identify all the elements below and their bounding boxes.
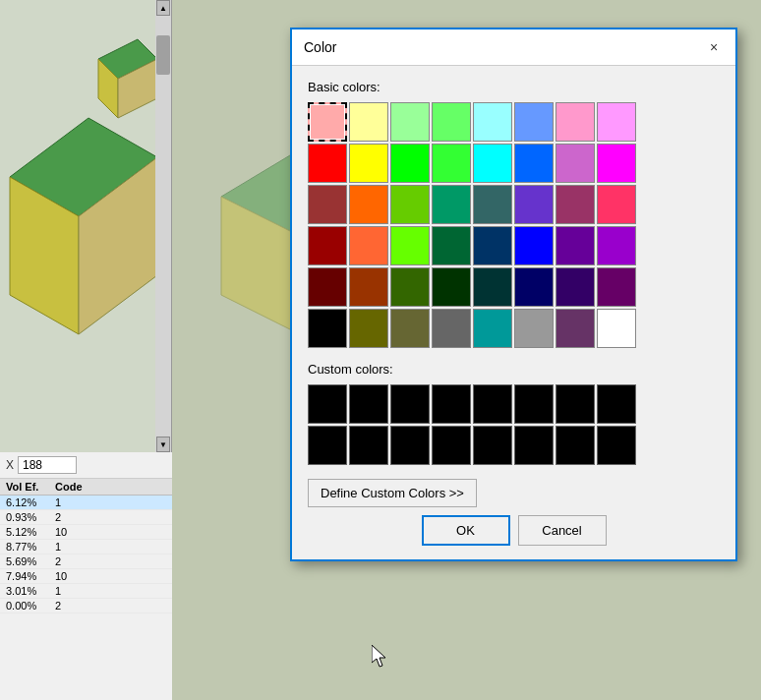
custom-color-swatch-13[interactable] — [514, 426, 554, 465]
basic-color-swatch-47[interactable] — [597, 309, 636, 348]
table-area: X Vol Ef. Code 6.12%10.93%25.12%108.77%1… — [0, 452, 172, 700]
basic-color-swatch-32[interactable] — [308, 267, 347, 307]
basic-color-swatch-10[interactable] — [390, 144, 430, 183]
x-label: X — [6, 458, 14, 472]
custom-color-swatch-7[interactable] — [597, 384, 636, 424]
custom-color-swatch-1[interactable] — [349, 384, 388, 424]
custom-color-swatch-6[interactable] — [556, 384, 595, 424]
basic-color-swatch-45[interactable] — [514, 309, 554, 348]
basic-color-swatch-43[interactable] — [432, 309, 471, 348]
basic-color-swatch-5[interactable] — [514, 102, 554, 142]
basic-color-swatch-35[interactable] — [432, 267, 471, 307]
col-header-code: Code — [55, 481, 124, 493]
basic-color-swatch-14[interactable] — [556, 144, 595, 183]
table-row[interactable]: 3.01%1 — [0, 584, 172, 599]
custom-color-swatch-14[interactable] — [556, 426, 595, 465]
custom-color-swatch-5[interactable] — [514, 384, 554, 424]
basic-color-swatch-2[interactable] — [390, 102, 430, 142]
custom-color-swatch-12[interactable] — [473, 426, 512, 465]
custom-color-swatch-0[interactable] — [308, 384, 347, 424]
x-input[interactable] — [18, 456, 77, 474]
basic-color-swatch-44[interactable] — [473, 309, 512, 348]
dialog-close-button[interactable]: × — [704, 37, 724, 57]
basic-color-swatch-31[interactable] — [597, 226, 636, 265]
dialog-title: Color — [304, 39, 336, 55]
basic-color-swatch-9[interactable] — [349, 144, 388, 183]
action-buttons: OK Cancel — [308, 515, 720, 546]
basic-color-swatch-13[interactable] — [514, 144, 554, 183]
basic-color-swatch-3[interactable] — [432, 102, 471, 142]
basic-color-swatch-7[interactable] — [597, 102, 636, 142]
basic-color-swatch-0[interactable] — [308, 102, 347, 142]
basic-color-swatch-17[interactable] — [349, 185, 388, 224]
custom-color-swatch-8[interactable] — [308, 426, 347, 465]
table-header: Vol Ef. Code — [0, 479, 172, 496]
scroll-down-arrow[interactable]: ▼ — [156, 437, 170, 452]
basic-color-swatch-26[interactable] — [390, 226, 430, 265]
x-input-row: X — [0, 452, 172, 479]
color-dialog: Color × Basic colors: Custom colors: Def… — [290, 28, 737, 561]
basic-colors-label: Basic colors: — [308, 80, 720, 94]
basic-color-swatch-34[interactable] — [390, 267, 430, 307]
basic-color-swatch-40[interactable] — [308, 309, 347, 348]
basic-color-swatch-19[interactable] — [432, 185, 471, 224]
custom-color-swatch-2[interactable] — [390, 384, 430, 424]
basic-color-swatch-4[interactable] — [473, 102, 512, 142]
cad-view: ▲ ▼ — [0, 0, 171, 452]
table-row[interactable]: 7.94%10 — [0, 569, 172, 584]
basic-color-grid — [308, 102, 720, 348]
basic-color-swatch-15[interactable] — [597, 144, 636, 183]
basic-color-swatch-46[interactable] — [556, 309, 595, 348]
define-custom-colors-button[interactable]: Define Custom Colors >> — [308, 479, 477, 507]
basic-color-swatch-33[interactable] — [349, 267, 388, 307]
basic-color-swatch-8[interactable] — [308, 144, 347, 183]
basic-color-swatch-12[interactable] — [473, 144, 512, 183]
scroll-thumb[interactable] — [156, 35, 170, 75]
basic-color-swatch-1[interactable] — [349, 102, 388, 142]
basic-color-swatch-30[interactable] — [556, 226, 595, 265]
table-row[interactable]: 6.12%1 — [0, 496, 172, 510]
cad-canvas — [0, 0, 171, 452]
table-row[interactable]: 5.69%2 — [0, 554, 172, 569]
basic-color-swatch-36[interactable] — [473, 267, 512, 307]
basic-color-swatch-29[interactable] — [514, 226, 554, 265]
basic-color-swatch-16[interactable] — [308, 185, 347, 224]
cancel-button[interactable]: Cancel — [518, 515, 607, 546]
basic-color-swatch-6[interactable] — [556, 102, 595, 142]
custom-color-swatch-3[interactable] — [432, 384, 471, 424]
table-row[interactable]: 0.93%2 — [0, 510, 172, 525]
basic-color-swatch-37[interactable] — [514, 267, 554, 307]
basic-color-swatch-11[interactable] — [432, 144, 471, 183]
basic-color-swatch-22[interactable] — [556, 185, 595, 224]
table-body: 6.12%10.93%25.12%108.77%15.69%27.94%103.… — [0, 496, 172, 613]
basic-color-swatch-41[interactable] — [349, 309, 388, 348]
ok-button[interactable]: OK — [422, 515, 510, 546]
custom-colors-label: Custom colors: — [308, 362, 720, 377]
dialog-titlebar: Color × — [292, 29, 735, 66]
left-panel: ▲ ▼ X Vol Ef. Code 6.12%10.93%25.12%108.… — [0, 0, 172, 700]
custom-color-swatch-4[interactable] — [473, 384, 512, 424]
scroll-up-arrow[interactable]: ▲ — [156, 0, 170, 16]
cad-scrollbar-v[interactable]: ▲ ▼ — [155, 0, 171, 452]
basic-color-swatch-20[interactable] — [473, 185, 512, 224]
basic-color-swatch-18[interactable] — [390, 185, 430, 224]
basic-color-swatch-25[interactable] — [349, 226, 388, 265]
col-header-vol: Vol Ef. — [6, 481, 55, 493]
table-row[interactable]: 5.12%10 — [0, 525, 172, 540]
table-row[interactable]: 0.00%2 — [0, 599, 172, 613]
custom-color-swatch-9[interactable] — [349, 426, 388, 465]
custom-color-grid — [308, 384, 720, 465]
custom-color-swatch-15[interactable] — [597, 426, 636, 465]
basic-color-swatch-24[interactable] — [308, 226, 347, 265]
basic-color-swatch-28[interactable] — [473, 226, 512, 265]
basic-color-swatch-27[interactable] — [432, 226, 471, 265]
basic-color-swatch-38[interactable] — [556, 267, 595, 307]
basic-color-swatch-39[interactable] — [597, 267, 636, 307]
custom-color-swatch-11[interactable] — [432, 426, 471, 465]
custom-color-swatch-10[interactable] — [390, 426, 430, 465]
basic-color-swatch-21[interactable] — [514, 185, 554, 224]
basic-color-swatch-23[interactable] — [597, 185, 636, 224]
table-row[interactable]: 8.77%1 — [0, 540, 172, 554]
dialog-body: Basic colors: Custom colors: Define Cust… — [292, 66, 735, 559]
basic-color-swatch-42[interactable] — [390, 309, 430, 348]
